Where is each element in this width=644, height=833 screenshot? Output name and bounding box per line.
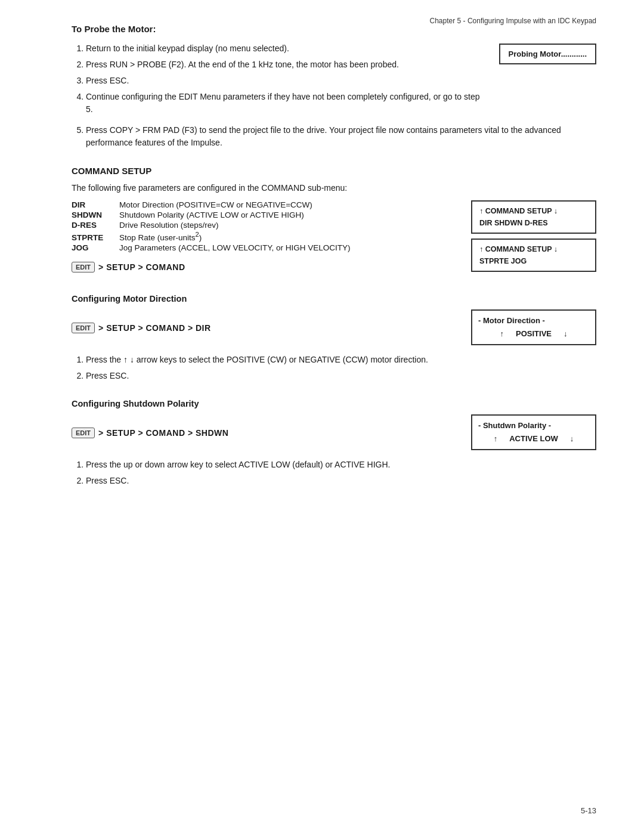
probe-step-2: Press RUN > PROBE (F2). At the end of th… [86,58,487,71]
probe-motor-title: To Probe the Motor: [72,24,596,34]
command-setup-lcd2: ↑ COMMAND SETUP ↓ STPRTE JOG [471,239,596,272]
probe-step-1: Return to the initial keypad display (no… [86,42,487,55]
probe-step-3: Press ESC. [86,75,487,87]
param-jog-desc: Jog Parameters (ACCEL, LOW VELOCITY, or … [119,243,351,252]
shutdown-label: - Shutdwn Polarity - [478,419,551,432]
command-setup-lcd1: ↑ COMMAND SETUP ↓ DIR SHDWN D-RES [471,200,596,234]
command-setup-intro: The following five parameters are config… [72,182,596,194]
shutdown-polarity-title: Configuring Shutdown Polarity [72,399,596,408]
probe-step-5: Press COPY > FRM PAD (F3) to send the pr… [86,124,596,149]
motor-dir-label: - Motor Direction - [478,314,545,327]
command-setup-path: > SETUP > COMAND [98,262,185,272]
motor-dir-step-2: Press ESC. [86,370,596,382]
param-dres-term: D-RES [72,221,119,230]
shutdown-arrow-up: ↑ [494,432,498,445]
edit-button-shdwn[interactable]: EDIT [72,428,95,438]
chapter-header: Chapter 5 - Configuring Impulse with an … [430,17,596,25]
probe-step-4: Continue configuring the EDIT Menu param… [86,91,487,116]
motor-direction-path: > SETUP > COMAND > DIR [98,323,211,333]
command-params-table: DIR Motor Direction (POSITIVE=CW or NEGA… [72,200,453,252]
param-stprte-desc: Stop Rate (user-units2) [119,231,202,242]
param-dir-term: DIR [72,200,119,209]
param-jog-term: JOG [72,243,119,252]
probe-steps: Return to the initial keypad display (no… [72,42,487,122]
shutdown-row2: ↑ ACTIVE LOW ↓ [478,432,589,445]
edit-button-command[interactable]: EDIT [72,262,95,272]
motor-dir-arrow-up: ↑ [500,327,504,340]
param-dres-desc: Drive Resolution (steps/rev) [119,221,219,230]
shutdown-arrow-dn: ↓ [570,432,574,445]
shutdown-step-2: Press ESC. [86,475,596,487]
lcd1-line1: ↑ COMMAND SETUP ↓ [479,205,588,217]
command-setup-title: COMMAND SETUP [72,166,596,176]
lcd1-line2: DIR SHDWN D-RES [479,217,588,229]
motor-direction-title: Configuring Motor Direction [72,294,596,304]
param-stprte-term: STPRTE [72,233,119,242]
motor-dir-arrow-dn: ↓ [564,327,568,340]
motor-dir-row1: - Motor Direction - [478,314,589,327]
shutdown-row1: - Shutdwn Polarity - [478,419,589,432]
motor-direction-display: - Motor Direction - ↑ POSITIVE ↓ [471,309,596,345]
shutdown-polarity-path: > SETUP > COMAND > SHDWN [98,428,228,438]
shutdown-step-1: Press the up or down arrow key to select… [86,459,596,471]
edit-button-dir[interactable]: EDIT [72,323,95,333]
motor-dir-step-1: Press the ↑ ↓ arrow keys to select the P… [86,354,596,366]
motor-dir-row2: ↑ POSITIVE ↓ [478,327,589,340]
page-number: 5-13 [581,806,596,815]
param-dir-desc: Motor Direction (POSITIVE=CW or NEGATIVE… [119,200,312,209]
probing-motor-display: Probing Motor............ [499,44,596,64]
param-shdwn-desc: Shutdown Polarity (ACTIVE LOW or ACTIVE … [119,210,304,219]
shutdown-active-low: ACTIVE LOW [509,432,558,445]
lcd2-line2: STPRTE JOG [479,255,588,267]
shutdown-polarity-display: - Shutdwn Polarity - ↑ ACTIVE LOW ↓ [471,414,596,450]
motor-dir-positive: POSITIVE [516,327,552,340]
lcd2-line1: ↑ COMMAND SETUP ↓ [479,243,588,255]
param-shdwn-term: SHDWN [72,210,119,219]
